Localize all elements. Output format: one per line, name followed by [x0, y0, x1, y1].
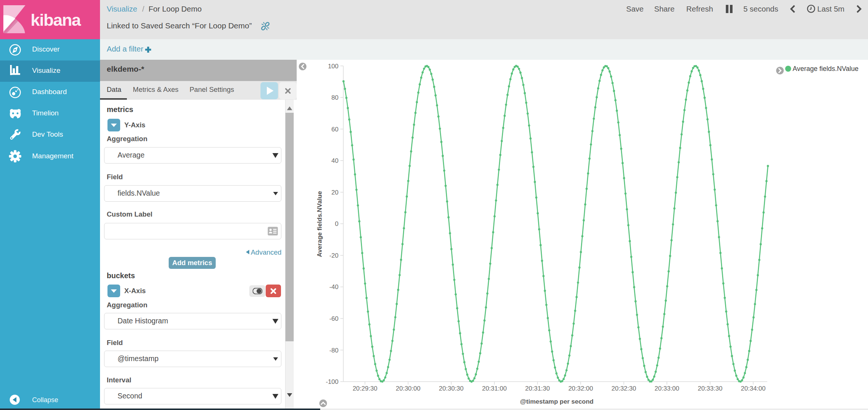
svg-text:60: 60 [331, 126, 338, 133]
svg-text:0: 0 [335, 220, 338, 227]
svg-text:20:30:00: 20:30:00 [396, 385, 421, 392]
svg-text:20: 20 [331, 189, 338, 196]
svg-text:40: 40 [331, 157, 338, 164]
svg-text:20:31:30: 20:31:30 [525, 385, 550, 392]
svg-text:-100: -100 [326, 378, 338, 385]
svg-text:20:33:00: 20:33:00 [655, 385, 679, 392]
svg-text:20:32:30: 20:32:30 [612, 385, 636, 392]
svg-text:-40: -40 [329, 283, 338, 291]
svg-text:-80: -80 [329, 347, 338, 354]
svg-text:80: 80 [331, 94, 338, 101]
svg-text:20:33:30: 20:33:30 [698, 385, 722, 392]
svg-text:20:31:00: 20:31:00 [482, 385, 507, 392]
svg-text:Average fields.NValue: Average fields.NValue [793, 65, 858, 72]
svg-text:20:32:00: 20:32:00 [568, 385, 593, 392]
svg-text:-20: -20 [329, 252, 338, 259]
svg-text:-60: -60 [329, 315, 338, 322]
svg-text:100: 100 [328, 63, 338, 70]
svg-text:20:29:30: 20:29:30 [353, 385, 377, 392]
svg-text:Average fields.NValue: Average fields.NValue [316, 191, 323, 257]
svg-text:@timestamp per second: @timestamp per second [520, 398, 593, 405]
svg-text:20:30:30: 20:30:30 [439, 385, 463, 392]
svg-text:20:34:00: 20:34:00 [741, 385, 765, 392]
